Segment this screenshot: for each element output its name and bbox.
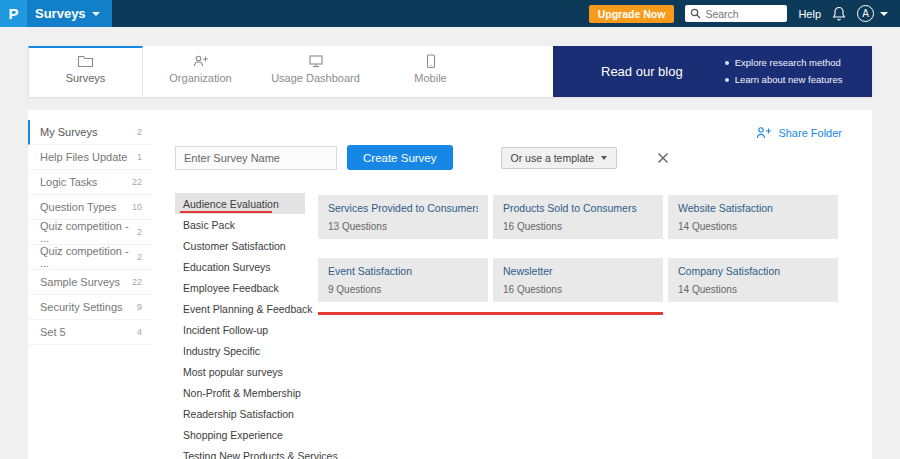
sidebar-folder-item[interactable]: Help Files Update 1 — [28, 145, 152, 170]
topbar: P Surveys Upgrade Now Help A — [0, 0, 900, 27]
template-category-item[interactable]: Most popular surveys — [175, 361, 305, 382]
folder-label: Quiz competition - ... — [40, 220, 137, 244]
sidebar-folder-item[interactable]: Set 5 4 — [28, 320, 152, 345]
template-card-title: Products Sold to Consumers — [503, 202, 653, 214]
folder-count-badge: 22 — [132, 177, 142, 187]
notifications-bell-icon[interactable] — [832, 6, 846, 22]
folder-label: Security Settings — [40, 301, 123, 313]
template-category-item[interactable]: Shopping Experience — [175, 424, 305, 445]
people-icon — [143, 54, 258, 72]
folder-label: Quiz competition - ... — [40, 245, 137, 269]
template-category-item[interactable]: Testing New Products & Services — [175, 445, 305, 459]
search-box[interactable] — [685, 5, 787, 22]
help-link[interactable]: Help — [798, 8, 821, 20]
folder-count-badge: 9 — [137, 302, 142, 312]
share-folder-button[interactable]: Share Folder — [756, 126, 842, 139]
tab-usage-dashboard[interactable]: Usage Dashboard — [258, 46, 373, 97]
tab-organization[interactable]: Organization — [143, 46, 258, 97]
template-category-item[interactable]: Event Planning & Feedback — [175, 298, 305, 319]
sidebar-folder-item[interactable]: Logic Tasks 22 — [28, 170, 152, 195]
category-label: Most popular surveys — [183, 366, 283, 378]
template-category-item[interactable]: Education Surveys — [175, 256, 305, 277]
template-card-title: Event Satisfaction — [328, 265, 478, 277]
template-category-item[interactable]: Incident Follow-up — [175, 319, 305, 340]
app-screen: P Surveys Upgrade Now Help A — [0, 0, 900, 459]
survey-name-input[interactable] — [175, 146, 337, 170]
sidebar-folder-item[interactable]: Quiz competition - ... 2 — [28, 245, 152, 270]
template-category-item[interactable]: Audience Evaluation — [175, 193, 305, 214]
tab-label: Usage Dashboard — [271, 72, 360, 84]
category-label: Event Planning & Feedback — [183, 303, 313, 315]
tab-label: Organization — [169, 72, 231, 84]
template-category-list: Audience Evaluation Basic Pack Customer … — [175, 193, 305, 459]
template-card-title: Services Provided to Consumers — [328, 202, 478, 214]
sidebar-folder-item[interactable]: Sample Surveys 22 — [28, 270, 152, 295]
primary-tabs: Surveys Organization Usage Dashboard Mob… — [28, 46, 872, 97]
template-category-item[interactable]: Employee Feedback — [175, 277, 305, 298]
template-category-item[interactable]: Customer Satisfaction — [175, 235, 305, 256]
template-card-question-count: 14 Questions — [678, 284, 828, 295]
create-survey-button[interactable]: Create Survey — [347, 145, 453, 170]
folder-count-badge: 10 — [132, 202, 142, 212]
tab-label: Mobile — [414, 72, 446, 84]
category-label: Industry Specific — [183, 345, 260, 357]
template-card-question-count: 13 Questions — [328, 221, 478, 232]
template-category-item[interactable]: Non-Profit & Membership — [175, 382, 305, 403]
sidebar-folder-item[interactable]: Security Settings 9 — [28, 295, 152, 320]
category-label: Readership Satisfaction — [183, 408, 294, 420]
sidebar-folder-item[interactable]: Quiz competition - ... 2 — [28, 220, 152, 245]
mobile-icon — [373, 54, 488, 72]
annotation-red-line — [318, 312, 663, 315]
template-card[interactable]: Event Satisfaction 9 Questions — [318, 258, 488, 302]
template-card[interactable]: Services Provided to Consumers 13 Questi… — [318, 195, 488, 239]
category-label: Customer Satisfaction — [183, 240, 286, 252]
app-title: Surveys — [35, 6, 86, 21]
account-menu[interactable]: A — [857, 5, 888, 22]
template-category-item[interactable]: Basic Pack — [175, 214, 305, 235]
product-switcher[interactable]: P Surveys — [0, 0, 112, 27]
category-label: Education Surveys — [183, 261, 271, 273]
share-person-icon — [756, 126, 772, 139]
tab-mobile[interactable]: Mobile — [373, 46, 488, 97]
search-input[interactable] — [705, 8, 782, 20]
tab-label: Surveys — [66, 72, 106, 84]
template-card-title: Newsletter — [503, 265, 653, 277]
folder-label: Help Files Update — [40, 151, 127, 163]
survey-folders-sidebar: My Surveys 2 Help Files Update 1 Logic T… — [28, 120, 152, 345]
category-label: Basic Pack — [183, 219, 235, 231]
create-survey-row: Create Survey Or use a template — [175, 145, 669, 170]
template-card[interactable]: Company Satisfaction 14 Questions — [668, 258, 838, 302]
category-label: Non-Profit & Membership — [183, 387, 301, 399]
annotation-underline — [180, 211, 272, 213]
blog-banner: Read our blog Explore research method Le… — [553, 46, 872, 97]
read-our-blog-link[interactable]: Read our blog — [601, 64, 683, 79]
monitor-icon — [258, 54, 373, 72]
category-label: Employee Feedback — [183, 282, 279, 294]
folder-icon — [29, 54, 142, 72]
template-card[interactable]: Newsletter 16 Questions — [493, 258, 663, 302]
topbar-right: Upgrade Now Help A — [589, 5, 900, 23]
avatar: A — [857, 5, 874, 22]
folder-label: Sample Surveys — [40, 276, 120, 288]
template-card-title: Website Satisfaction — [678, 202, 828, 214]
brand-logo: P — [0, 0, 27, 27]
category-label: Testing New Products & Services — [183, 450, 338, 459]
share-folder-label: Share Folder — [778, 127, 842, 139]
template-card[interactable]: Website Satisfaction 14 Questions — [668, 195, 838, 239]
sidebar-folder-item[interactable]: Question Types 10 — [28, 195, 152, 220]
folder-count-badge: 2 — [137, 252, 142, 262]
template-card-question-count: 16 Questions — [503, 284, 653, 295]
use-template-label: Or use a template — [511, 152, 594, 164]
use-template-dropdown[interactable]: Or use a template — [501, 147, 617, 169]
folder-label: Logic Tasks — [40, 176, 97, 188]
upgrade-now-button[interactable]: Upgrade Now — [589, 5, 675, 23]
folder-count-badge: 4 — [137, 327, 142, 337]
search-icon — [690, 8, 701, 19]
tab-surveys[interactable]: Surveys — [28, 46, 143, 97]
template-category-item[interactable]: Industry Specific — [175, 340, 305, 361]
close-icon[interactable] — [657, 152, 669, 164]
template-category-item[interactable]: Readership Satisfaction — [175, 403, 305, 424]
sidebar-folder-item[interactable]: My Surveys 2 — [28, 120, 152, 145]
template-card[interactable]: Products Sold to Consumers 16 Questions — [493, 195, 663, 239]
chevron-down-icon — [92, 12, 100, 16]
